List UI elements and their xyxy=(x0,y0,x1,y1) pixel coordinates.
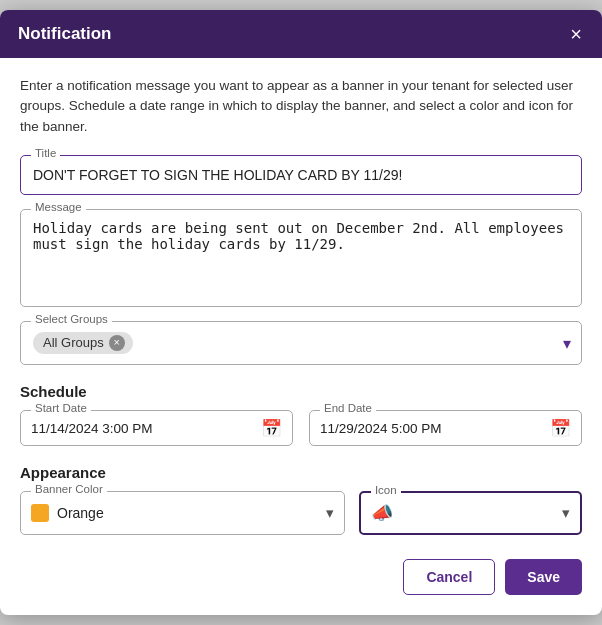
modal-header: Notification × xyxy=(0,10,602,58)
end-date-field[interactable]: End Date 11/29/2024 5:00 PM 📅 xyxy=(309,410,582,446)
tag-label: All Groups xyxy=(43,335,104,350)
banner-color-field[interactable]: Banner Color Orange ▾ xyxy=(20,491,345,535)
select-groups-wrapper[interactable]: Select Groups All Groups × ▾ xyxy=(20,321,582,365)
title-label: Title xyxy=(31,147,60,159)
select-groups-label: Select Groups xyxy=(31,313,112,325)
icon-field[interactable]: Icon 📣 ▾ xyxy=(359,491,582,535)
modal-body: Enter a notification message you want to… xyxy=(0,58,602,615)
start-date-field[interactable]: Start Date 11/14/2024 3:00 PM 📅 xyxy=(20,410,293,446)
end-date-value: 11/29/2024 5:00 PM xyxy=(320,421,442,436)
chevron-down-icon: ▾ xyxy=(563,333,571,352)
cancel-button[interactable]: Cancel xyxy=(403,559,495,595)
message-label: Message xyxy=(31,201,86,213)
title-input[interactable] xyxy=(33,167,569,183)
schedule-section: Schedule Start Date 11/14/2024 3:00 PM 📅… xyxy=(20,383,582,446)
modal-footer: Cancel Save xyxy=(20,555,582,595)
notification-modal: Notification × Enter a notification mess… xyxy=(0,10,602,615)
banner-color-value: Orange xyxy=(57,505,308,521)
schedule-row: Start Date 11/14/2024 3:00 PM 📅 End Date… xyxy=(20,410,582,446)
schedule-title: Schedule xyxy=(20,383,582,400)
all-groups-tag: All Groups × xyxy=(33,332,133,354)
end-date-label: End Date xyxy=(320,402,376,414)
modal-title: Notification xyxy=(18,24,112,44)
color-swatch xyxy=(31,504,49,522)
tag-remove-button[interactable]: × xyxy=(109,335,125,351)
appearance-row: Banner Color Orange ▾ Icon 📣 ▾ xyxy=(20,491,582,535)
close-button[interactable]: × xyxy=(568,24,584,44)
start-date-value: 11/14/2024 3:00 PM xyxy=(31,421,153,436)
banner-color-label: Banner Color xyxy=(31,483,107,495)
save-button[interactable]: Save xyxy=(505,559,582,595)
appearance-title: Appearance xyxy=(20,464,582,481)
message-field-group: Message Holiday cards are being sent out… xyxy=(20,209,582,307)
description-text: Enter a notification message you want to… xyxy=(20,76,582,137)
banner-color-chevron-icon: ▾ xyxy=(326,504,334,522)
title-field-group: Title xyxy=(20,155,582,195)
icon-label: Icon xyxy=(371,484,401,496)
start-date-label: Start Date xyxy=(31,402,91,414)
icon-chevron-icon: ▾ xyxy=(562,504,570,522)
appearance-section: Appearance Banner Color Orange ▾ Icon 📣 … xyxy=(20,464,582,535)
message-input[interactable]: Holiday cards are being sent out on Dece… xyxy=(33,220,569,292)
icon-symbol: 📣 xyxy=(371,502,393,524)
start-calendar-icon: 📅 xyxy=(261,417,282,438)
end-calendar-icon: 📅 xyxy=(550,417,571,438)
